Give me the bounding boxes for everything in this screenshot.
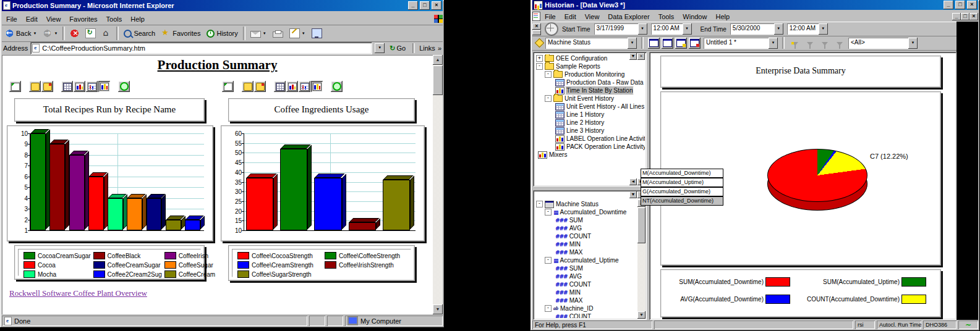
go-button[interactable]: ↻ Go xyxy=(387,44,408,52)
forward-button[interactable]: ▼ xyxy=(40,25,61,41)
menu-item-favorites[interactable]: Favorites xyxy=(65,14,101,24)
scroll-down-button[interactable]: ▼ xyxy=(637,311,646,319)
minimize-button[interactable]: _ xyxy=(944,1,953,9)
child-close-button[interactable]: × xyxy=(969,13,978,20)
child-minimize-button[interactable]: _ xyxy=(952,13,961,20)
start-date-combo[interactable]: 3/17/1999 ▼ xyxy=(594,23,647,35)
address-input[interactable]: C:\CoffeeProductionSummary.htm xyxy=(30,42,372,54)
start-clock-combo[interactable]: 12:00 AM ▼ xyxy=(651,23,692,35)
tree-expander-icon[interactable]: - xyxy=(545,71,552,78)
data-view-delete-button[interactable] xyxy=(689,38,701,49)
tree-item-min[interactable]: ###MIN xyxy=(535,240,637,248)
back-button[interactable]: Back▼ xyxy=(2,25,40,41)
pane-dropdown-button[interactable]: ▼ xyxy=(629,191,637,198)
tree-item-sum[interactable]: ###SUM xyxy=(535,216,637,224)
discuss-button[interactable] xyxy=(309,25,325,41)
ie-titlebar[interactable]: Production Summary - Microsoft Internet … xyxy=(2,0,443,11)
stop-button[interactable] xyxy=(67,25,82,41)
tree-item-avg[interactable]: ###AVG xyxy=(535,224,637,232)
tree-item-line-2-history[interactable]: Line 2 History xyxy=(535,119,645,127)
tree-item-machine-id[interactable]: -abMachine_ID xyxy=(535,304,637,312)
print-button[interactable] xyxy=(270,25,286,41)
menu-item-window[interactable]: Window xyxy=(678,12,711,22)
menu-item-data-explorer[interactable]: Data Explorer xyxy=(603,12,654,22)
favorites-button[interactable]: Favorites xyxy=(158,25,203,41)
tree-item-machine-status[interactable]: -Machine Status xyxy=(535,200,637,208)
filter-apply-button[interactable] xyxy=(804,38,816,49)
copy-data-button[interactable] xyxy=(29,81,41,92)
history-button[interactable]: History xyxy=(203,25,241,41)
refresh-clock-button[interactable] xyxy=(331,81,343,92)
copy-chart-button[interactable] xyxy=(41,81,53,92)
table-view-button[interactable] xyxy=(61,81,73,92)
data-view-edit-button[interactable] xyxy=(662,38,673,49)
tag-label-3[interactable]: NT(Accumulated_Downtime) xyxy=(641,196,723,206)
refresh-button[interactable] xyxy=(82,25,99,41)
mail-button[interactable]: ▼ xyxy=(247,25,270,41)
end-clock-combo[interactable]: 12:00 AM ▼ xyxy=(787,23,828,35)
tree-expander-icon[interactable]: - xyxy=(545,305,552,312)
tree-expander-icon[interactable]: - xyxy=(545,209,552,216)
tree-expander-icon[interactable]: - xyxy=(545,257,552,264)
tree-item-accumulated-downtime[interactable]: -▦Accumulated_Downtime xyxy=(535,208,637,216)
filter-combo[interactable]: <All> ▼ xyxy=(848,38,918,49)
address-dropdown-button[interactable]: ▼ xyxy=(375,43,385,53)
menu-item-view[interactable]: View xyxy=(42,14,66,24)
tree-item-unit-event-history[interactable]: -Unit Event History xyxy=(535,94,645,103)
toolbar-close-button[interactable]: × xyxy=(532,23,541,30)
data-view-new-button[interactable] xyxy=(648,38,660,49)
coffee-plant-overview-link[interactable]: Rockwell Software Coffee Plant Overview xyxy=(9,288,147,298)
tree-item-production-data-raw-data[interactable]: Production Data - Raw Data xyxy=(535,78,645,86)
color-chart-button[interactable] xyxy=(311,81,323,92)
tree-item-pack-operation-line-activity[interactable]: PACK Operation Line Activity xyxy=(535,143,645,151)
tree-item-max[interactable]: ###MAX xyxy=(535,248,637,256)
tree-item-time-in-state-by-station[interactable]: Time In State By Station xyxy=(535,86,645,94)
child-restore-button[interactable]: □ xyxy=(961,13,969,20)
menu-item-file[interactable]: File xyxy=(540,12,560,22)
report-export-button[interactable] xyxy=(9,81,21,92)
close-button[interactable]: × xyxy=(432,1,441,10)
tree-item-line-1-history[interactable]: Line 1 History xyxy=(535,111,645,119)
restore-button[interactable]: □ xyxy=(955,1,965,9)
toolbar-handle[interactable] xyxy=(532,30,541,35)
bar-view-button[interactable] xyxy=(286,81,298,92)
tag-label-1[interactable]: M(Accumulated_Uptime) xyxy=(641,178,723,187)
copy-chart-button[interactable] xyxy=(254,81,266,92)
menu-item-edit[interactable]: Edit xyxy=(560,12,581,22)
tree-item-mixers[interactable]: Mixers xyxy=(535,151,645,159)
grid-view-button[interactable] xyxy=(299,81,310,92)
scrollbar-thumb[interactable] xyxy=(637,207,646,243)
tree-item-count[interactable]: ###COUNT xyxy=(535,280,637,288)
grid-view-button[interactable] xyxy=(86,81,98,92)
tree-item-line-3-history[interactable]: Line 3 History xyxy=(535,127,645,135)
tree-item-production-monitoring[interactable]: -Production Monitoring xyxy=(535,70,645,78)
time-range-icon[interactable] xyxy=(545,22,558,36)
edit-button[interactable]: ▼ xyxy=(286,25,309,41)
data-view-save-button[interactable] xyxy=(675,38,687,49)
tree-item-unit-event-history-all-lines[interactable]: Unit Event History - All Lines xyxy=(535,103,645,111)
links-chevron[interactable]: » xyxy=(438,44,441,52)
tree-item-sample-reports[interactable]: -Sample Reports xyxy=(535,62,645,70)
tree-scrollbar[interactable]: ▲ ▼ xyxy=(637,199,646,319)
vertical-scrollbar[interactable]: ▲ ▼ xyxy=(433,55,443,314)
tree-expander-icon[interactable]: - xyxy=(545,95,552,102)
dataset-combo[interactable]: Machine Status ▼ xyxy=(545,38,637,49)
links-label[interactable]: Links xyxy=(419,44,435,52)
filter-edit-button[interactable] xyxy=(819,38,830,49)
tree-item-accumulated-uptime[interactable]: -▦Accumulated_Uptime xyxy=(535,256,637,264)
report-export-button[interactable] xyxy=(222,81,234,92)
tree-item-label-operation-line-activity[interactable]: LABEL Operation Line Activity xyxy=(535,135,645,143)
menu-item-file[interactable]: File xyxy=(2,14,22,24)
refresh-clock-button[interactable] xyxy=(118,81,130,92)
menu-item-tools[interactable]: Tools xyxy=(654,12,679,22)
home-button[interactable] xyxy=(99,25,114,41)
maximize-button[interactable]: □ xyxy=(420,1,430,10)
tree-expander-icon[interactable]: - xyxy=(536,63,543,70)
chevron-down-icon[interactable]: ▼ xyxy=(908,38,918,49)
scrollbar-thumb[interactable] xyxy=(433,65,443,95)
tree-item-sum[interactable]: ###SUM xyxy=(535,264,637,272)
tag-label-2[interactable]: G(Accumulated_Downtime) xyxy=(641,187,723,196)
menu-item-view[interactable]: View xyxy=(581,12,604,22)
chevron-down-icon[interactable]: ▼ xyxy=(638,23,647,35)
scroll-left-button[interactable]: ◄ xyxy=(629,178,637,185)
